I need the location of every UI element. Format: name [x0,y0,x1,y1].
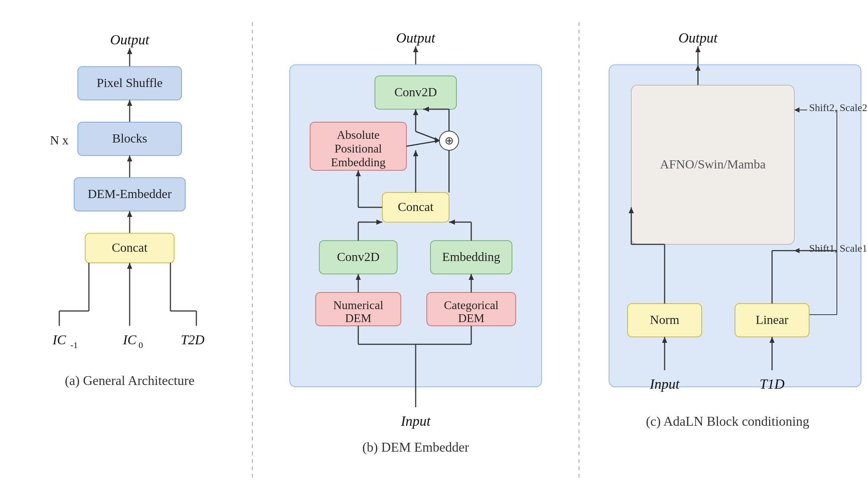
categorical-dem-label-1: Categorical [444,298,499,312]
dem-embedder-label: DEM-Embedder [88,187,172,201]
output-label-b: Output [396,30,436,46]
output-label-a: Output [110,32,150,47]
norm-label: Norm [650,313,679,327]
numerical-dem-label-1: Numerical [333,298,383,312]
panel-c: Output AFNO/Swin/Mamba Shift2, Scale2 Sh… [579,15,868,487]
output-label-c: Output [678,30,718,46]
categorical-dem-label-2: DEM [458,311,484,325]
nx-label: N x [50,133,69,147]
panel-b-svg: Output Conv2D ⊕ Absolute [267,22,564,466]
diagram-container: Output Pixel Shuffle N x Blocks DEM-Embe… [0,0,868,502]
panel-a-svg: Output Pixel Shuffle N x Blocks DEM-Embe… [22,22,237,466]
ape-label-3: Embedding [331,155,386,169]
ic0-subscript: 0 [139,340,143,350]
svg-marker-5 [127,155,132,161]
conv2d-top-label: Conv2D [394,85,437,99]
ic-minus1-subscript: -1 [70,340,78,350]
svg-marker-17 [413,46,418,52]
panel-a: Output Pixel Shuffle N x Blocks DEM-Embe… [7,15,252,487]
t1d-label: T1D [759,376,785,392]
afno-label: AFNO/Swin/Mamba [660,157,765,171]
ic-minus1-label: IC [52,332,66,347]
ic0-label: IC [123,332,137,347]
input-label-b: Input [400,413,431,429]
panel-c-svg: Output AFNO/Swin/Mamba Shift2, Scale2 Sh… [594,22,868,466]
conv2d-bottom-label: Conv2D [337,250,379,264]
caption-c: (c) AdaLN Block conditioning [646,414,809,429]
numerical-dem-label-2: DEM [345,311,371,325]
svg-marker-7 [127,211,132,217]
svg-marker-3 [127,100,132,106]
caption-b: (b) DEM Embedder [362,440,469,455]
embedding-label: Embedding [442,250,500,264]
blocks-label: Blocks [112,131,147,145]
shift2-scale2-label: Shift2, Scale2 [809,102,867,113]
input-label-c: Input [649,376,680,392]
linear-label: Linear [756,313,789,327]
svg-text:⊕: ⊕ [445,134,454,147]
shift1-scale1-label: Shift1, Scale1 [809,242,867,254]
svg-marker-12 [127,263,132,269]
caption-a: (a) General Architecture [65,373,194,388]
svg-marker-1 [127,48,132,54]
panel-b: Output Conv2D ⊕ Absolute [253,15,579,487]
t2d-label: T2D [181,332,204,347]
pixel-shuffle-label: Pixel Shuffle [97,76,163,90]
concat-label-a: Concat [112,241,148,254]
svg-marker-52 [695,46,701,52]
concat-label-b: Concat [398,200,434,214]
ape-label-1: Absolute [337,128,380,141]
ape-label-2: Positional [335,142,382,155]
